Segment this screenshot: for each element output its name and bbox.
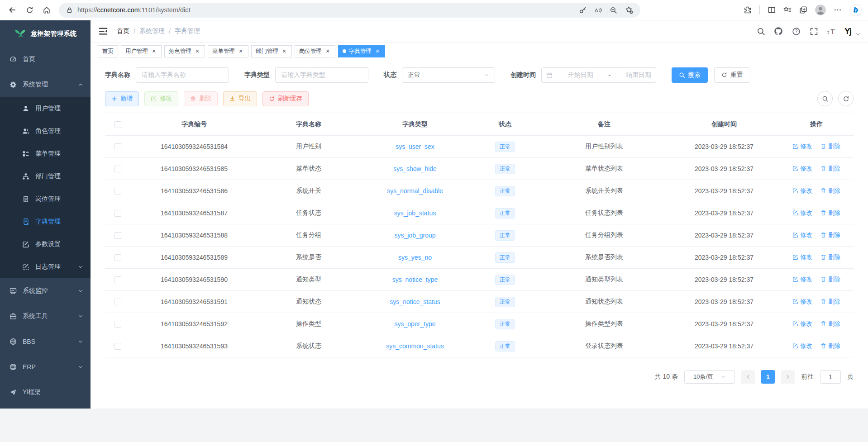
close-icon[interactable]: × <box>238 48 244 54</box>
row-checkbox[interactable] <box>114 254 121 261</box>
dict-name-input[interactable]: 请输入字典名称 <box>136 67 229 83</box>
refresh-table-button[interactable] <box>838 91 854 106</box>
reset-button[interactable]: 重置 <box>714 67 750 83</box>
close-icon[interactable]: × <box>194 48 200 54</box>
delete-link[interactable]: 删除 <box>820 231 840 239</box>
sidebar-item-menu-management[interactable]: 菜单管理 <box>0 143 91 165</box>
more-icon[interactable] <box>834 6 842 14</box>
back-icon[interactable] <box>5 2 20 18</box>
tab-user-management[interactable]: 用户管理× <box>121 45 162 57</box>
dict-type-input[interactable]: 请输入字典类型 <box>275 67 368 83</box>
add-button[interactable]: 新增 <box>105 91 139 106</box>
edit-link[interactable]: 修改 <box>792 209 812 217</box>
dict-type-link[interactable]: sys_show_hide <box>393 165 437 172</box>
row-checkbox[interactable] <box>114 210 121 217</box>
chevron-down-icon[interactable] <box>855 32 861 37</box>
row-checkbox[interactable] <box>114 321 121 328</box>
close-icon[interactable]: × <box>324 48 331 54</box>
dict-type-link[interactable]: sys_common_status <box>386 342 444 350</box>
fullscreen-icon[interactable] <box>809 27 818 36</box>
row-checkbox[interactable] <box>114 276 121 283</box>
dict-type-link[interactable]: sys_notice_status <box>390 298 440 305</box>
tab-dict-management[interactable]: 字典管理× <box>338 45 385 57</box>
user-logo[interactable]: Yj <box>844 26 851 36</box>
sidebar-item-bbs[interactable]: BBS <box>0 329 91 354</box>
search-icon[interactable] <box>756 27 765 36</box>
edit-link[interactable]: 修改 <box>792 143 812 151</box>
toggle-search-button[interactable] <box>817 91 833 106</box>
dict-type-link[interactable]: sys_normal_disable <box>387 187 443 195</box>
search-button[interactable]: 搜索 <box>672 67 708 83</box>
breadcrumb-item[interactable]: 系统管理 <box>139 27 165 35</box>
tab-menu-management[interactable]: 菜单管理× <box>208 45 248 57</box>
dict-type-link[interactable]: sys_user_sex <box>396 143 434 150</box>
favorite-star-icon[interactable] <box>625 6 633 14</box>
collections-icon[interactable] <box>799 6 807 14</box>
sidebar-item-dept-management[interactable]: 部门管理 <box>0 165 91 188</box>
edit-link[interactable]: 修改 <box>792 298 812 306</box>
prev-page-button[interactable] <box>741 370 755 384</box>
address-bar[interactable]: https://ccnetcore.com:1101/system/dict A <box>59 3 640 18</box>
page-size-select[interactable]: 10条/页 <box>684 370 735 384</box>
export-button[interactable]: 导出 <box>223 91 257 106</box>
font-size-icon[interactable]: tT <box>827 27 836 36</box>
edit-link[interactable]: 修改 <box>792 253 812 261</box>
tab-role-management[interactable]: 角色管理× <box>164 45 205 57</box>
row-checkbox[interactable] <box>114 299 121 305</box>
delete-link[interactable]: 删除 <box>820 143 840 151</box>
extensions-icon[interactable] <box>744 6 752 14</box>
next-page-button[interactable] <box>781 370 795 384</box>
sidebar-item-system-monitor[interactable]: 系统监控 <box>0 278 91 304</box>
url-text[interactable]: https://ccnetcore.com:1101/system/dict <box>77 6 191 14</box>
date-range-picker[interactable]: 开始日期 - 结束日期 <box>541 67 656 83</box>
delete-link[interactable]: 删除 <box>820 298 840 306</box>
dict-type-link[interactable]: sys_oper_type <box>394 320 435 328</box>
sidebar-item-role-management[interactable]: 角色管理 <box>0 120 91 143</box>
sidebar-item-yi-framework[interactable]: Yi框架 <box>0 380 91 405</box>
profile-avatar[interactable] <box>815 5 826 15</box>
dict-type-link[interactable]: sys_job_group <box>394 232 435 239</box>
sidebar-item-dict-management[interactable]: 字典管理 <box>0 210 91 233</box>
dict-type-link[interactable]: sys_job_status <box>394 209 436 217</box>
edit-link[interactable]: 修改 <box>792 231 812 239</box>
edit-link[interactable]: 修改 <box>792 320 812 328</box>
close-icon[interactable]: × <box>374 48 381 54</box>
delete-link[interactable]: 删除 <box>820 320 840 328</box>
favorites-icon[interactable] <box>783 6 792 14</box>
sidebar-collapse-icon[interactable] <box>98 26 109 37</box>
sidebar-item-param-settings[interactable]: 参数设置 <box>0 233 91 256</box>
close-icon[interactable]: × <box>281 48 287 54</box>
delete-link[interactable]: 删除 <box>820 253 840 261</box>
select-all-checkbox[interactable] <box>114 121 121 128</box>
sidebar-item-user-management[interactable]: 用户管理 <box>0 97 91 120</box>
edit-link[interactable]: 修改 <box>792 187 812 195</box>
goto-page-input[interactable]: 1 <box>820 370 841 384</box>
breadcrumb-item[interactable]: 首页 <box>117 27 129 35</box>
delete-button[interactable]: 删除 <box>184 91 218 106</box>
current-page[interactable]: 1 <box>761 370 775 384</box>
split-screen-icon[interactable] <box>768 6 776 14</box>
refresh-icon[interactable] <box>22 2 37 18</box>
sidebar-item-home[interactable]: 首页 <box>0 47 91 72</box>
sidebar-item-log-management[interactable]: 日志管理 <box>0 256 91 278</box>
sidebar-item-post-management[interactable]: 岗位管理 <box>0 188 91 210</box>
status-select[interactable]: 正常 <box>402 67 495 83</box>
refresh-cache-button[interactable]: 刷新缓存 <box>262 91 309 106</box>
read-aloud-icon[interactable]: A <box>594 6 602 14</box>
tab-dept-management[interactable]: 部门管理× <box>251 45 292 57</box>
edit-link[interactable]: 修改 <box>792 342 812 350</box>
help-icon[interactable]: ? <box>792 27 801 36</box>
row-checkbox[interactable] <box>114 188 121 195</box>
tab-home[interactable]: 首页 <box>98 45 118 57</box>
edit-link[interactable]: 修改 <box>792 276 812 284</box>
row-checkbox[interactable] <box>114 343 121 350</box>
edit-button[interactable]: 修改 <box>144 91 178 106</box>
delete-link[interactable]: 删除 <box>820 187 840 195</box>
github-icon[interactable] <box>774 27 783 36</box>
delete-link[interactable]: 删除 <box>820 165 840 173</box>
sidebar-item-erp[interactable]: ERP <box>0 354 91 380</box>
key-icon[interactable] <box>579 6 587 14</box>
dict-type-link[interactable]: sys_notice_type <box>392 276 438 283</box>
edit-link[interactable]: 修改 <box>792 165 812 173</box>
sidebar-item-system-tools[interactable]: 系统工具 <box>0 304 91 329</box>
